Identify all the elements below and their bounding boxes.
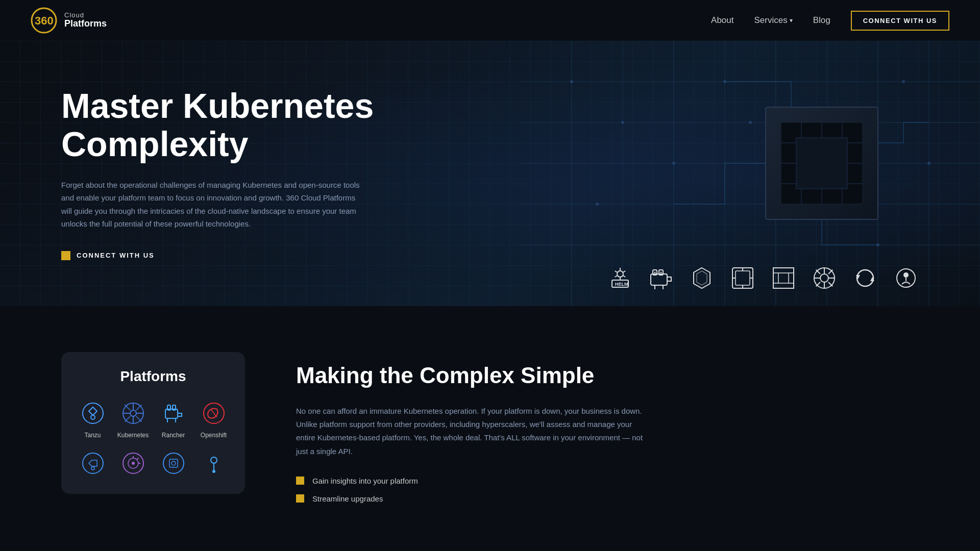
svg-line-46 <box>615 276 618 277</box>
svg-marker-59 <box>697 271 707 285</box>
platforms-grid: Tanzu K <box>76 399 231 482</box>
argo-icon <box>893 265 919 291</box>
svg-point-42 <box>617 271 623 277</box>
svg-point-107 <box>91 467 94 470</box>
svg-text:HELM: HELM <box>615 282 628 287</box>
vault-icon <box>730 265 755 291</box>
svg-point-106 <box>83 453 103 473</box>
platform-6[interactable] <box>116 449 150 482</box>
svg-rect-67 <box>778 273 789 283</box>
svg-point-85 <box>903 272 909 278</box>
hero-content: Master Kubernetes Complexity Forget abou… <box>61 87 419 260</box>
platform-tanzu[interactable]: Tanzu <box>76 399 110 439</box>
header-connect-button[interactable]: CONNECT WITH US <box>851 11 949 31</box>
nav-blog[interactable]: Blog <box>813 15 830 26</box>
feature-1-text: Gain insights into your platform <box>312 477 418 485</box>
platform-kubernetes[interactable]: Kubernetes <box>116 399 150 439</box>
svg-line-47 <box>623 276 625 277</box>
svg-point-73 <box>820 274 828 282</box>
sync-icon <box>852 265 878 291</box>
logo-platforms-label: Platforms <box>64 19 107 29</box>
opa-icon <box>648 265 674 291</box>
p8-icon-wrap <box>200 449 228 478</box>
svg-rect-66 <box>773 268 794 288</box>
hero-title: Master Kubernetes Complexity <box>61 87 419 163</box>
svg-text:360: 360 <box>35 14 54 27</box>
svg-point-117 <box>211 457 217 463</box>
platform-8[interactable] <box>197 449 231 482</box>
aws-icon <box>771 265 796 291</box>
openshift-label: Openshift <box>201 432 227 439</box>
tanzu-label: Tanzu <box>84 432 101 439</box>
svg-marker-88 <box>89 407 97 415</box>
right-content: Making the Complex Simple No one can aff… <box>296 352 919 512</box>
svg-point-55 <box>660 272 662 273</box>
feature-2-text: Streamline upgrades <box>312 494 383 503</box>
svg-point-54 <box>654 272 656 273</box>
svg-line-45 <box>623 271 625 272</box>
rancher-icon-wrap <box>159 399 188 428</box>
svg-point-91 <box>130 410 136 416</box>
second-section: Platforms Tanzu <box>0 311 980 551</box>
svg-line-112 <box>137 458 138 460</box>
svg-point-87 <box>83 403 103 423</box>
feature-1: Gain insights into your platform <box>296 477 919 485</box>
header: 360 Cloud Platforms About Services ▾ Blo… <box>0 0 980 41</box>
p6-icon-wrap <box>119 449 148 478</box>
platforms-card: Platforms Tanzu <box>61 352 245 494</box>
platforms-card-title: Platforms <box>76 368 231 385</box>
hero-cta-button[interactable]: CONNECT WITH US <box>61 251 419 260</box>
p7-icon-wrap <box>159 449 188 478</box>
kubernetes-wheel-icon <box>812 265 837 291</box>
svg-point-116 <box>172 461 176 465</box>
platform-rancher[interactable]: Rancher <box>156 399 190 439</box>
svg-rect-115 <box>169 459 178 467</box>
main-nav: About Services ▾ Blog CONNECT WITH US <box>711 11 949 31</box>
tool-icons-row: HELM <box>0 265 980 311</box>
chevron-down-icon: ▾ <box>790 17 793 24</box>
platform-5[interactable] <box>76 449 110 482</box>
svg-rect-61 <box>736 271 750 285</box>
p5-icon-wrap <box>79 449 107 478</box>
feature-2-icon <box>296 494 304 503</box>
helm-icon: HELM <box>607 265 633 291</box>
svg-point-110 <box>132 462 135 465</box>
openshift-icon-wrap <box>200 399 228 428</box>
rancher-label: Rancher <box>162 432 185 439</box>
feature-1-icon <box>296 477 304 485</box>
360-logo-icon: 360 <box>31 7 57 34</box>
section2-body: No one can afford an immature Kubernetes… <box>296 405 643 458</box>
logo-cloud-label: Cloud <box>64 12 107 19</box>
svg-line-96 <box>125 405 130 410</box>
svg-line-44 <box>615 271 618 272</box>
cta-square-icon <box>61 251 70 260</box>
nav-services[interactable]: Services ▾ <box>754 15 793 26</box>
svg-point-114 <box>163 453 184 473</box>
svg-point-119 <box>212 470 215 473</box>
policy-icon <box>689 265 715 291</box>
logo-text: Cloud Platforms <box>64 12 107 29</box>
cta-label: CONNECT WITH US <box>77 252 155 259</box>
feature-2: Streamline upgrades <box>296 494 919 503</box>
svg-line-99 <box>125 416 130 422</box>
nav-about[interactable]: About <box>711 15 733 26</box>
tanzu-icon-wrap <box>79 399 107 428</box>
platform-7[interactable] <box>156 449 190 482</box>
logo[interactable]: 360 Cloud Platforms <box>31 7 107 34</box>
kubernetes-label: Kubernetes <box>117 432 149 439</box>
svg-rect-100 <box>165 409 178 418</box>
svg-rect-51 <box>651 274 667 285</box>
hero-subtitle: Forget about the operational challenges … <box>61 179 368 231</box>
platform-openshift[interactable]: Openshift <box>197 399 231 439</box>
svg-line-97 <box>136 416 141 422</box>
section2-title: Making the Complex Simple <box>296 362 919 389</box>
svg-line-98 <box>136 405 141 410</box>
features-list: Gain insights into your platform Streaml… <box>296 477 919 503</box>
kubernetes-icon-wrap <box>119 399 148 428</box>
